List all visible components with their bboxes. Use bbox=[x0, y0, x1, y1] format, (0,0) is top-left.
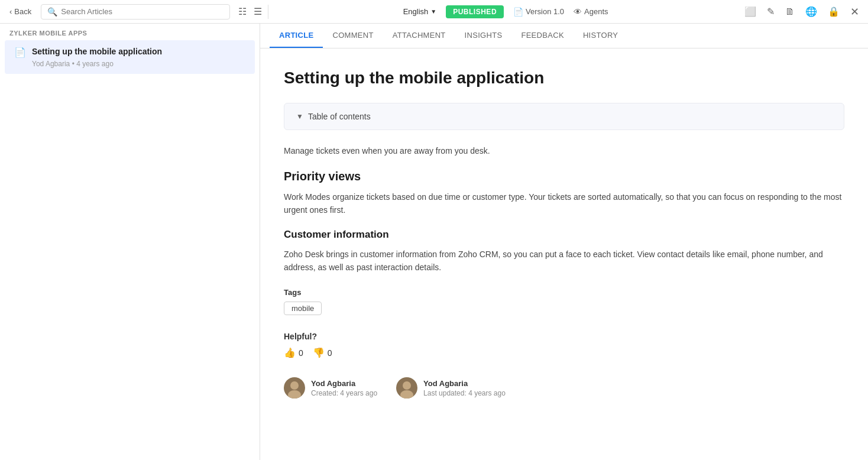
list-icon: ☰ bbox=[254, 7, 262, 17]
separator bbox=[268, 5, 268, 19]
version-button[interactable]: 📄 Version 1.0 bbox=[509, 5, 569, 19]
thumbs-up-button[interactable]: 👍 0 bbox=[284, 347, 303, 358]
left-sidebar: Zylker Mobile apps 📄 Setting up the mobi… bbox=[0, 24, 260, 460]
author-info-updated: Yod Agbaria Last updated: 4 years ago bbox=[423, 379, 506, 397]
author-sub-created: Created: 4 years ago bbox=[311, 389, 377, 397]
author-card-updated: Yod Agbaria Last updated: 4 years ago bbox=[396, 377, 506, 399]
article-section2-body: Zoho Desk brings in customer information… bbox=[284, 248, 844, 274]
close-icon: ✕ bbox=[850, 6, 859, 18]
toc-label: Table of contents bbox=[308, 112, 371, 121]
download-button[interactable]: 🗎 bbox=[781, 4, 799, 20]
avatar-updated bbox=[396, 377, 417, 399]
toc-box[interactable]: ▼ Table of contents bbox=[284, 103, 844, 130]
toc-chevron-icon: ▼ bbox=[296, 112, 303, 121]
chevron-down-icon: ▼ bbox=[430, 8, 436, 15]
helpful-section: Helpful? 👍 0 👎 0 bbox=[284, 332, 844, 358]
agents-label: Agents bbox=[584, 7, 608, 16]
search-input[interactable] bbox=[61, 7, 224, 16]
tab-attachment[interactable]: ATTACHMENT bbox=[383, 24, 455, 48]
filter-button[interactable]: ☷ bbox=[235, 4, 250, 20]
external-link-icon: ⬜ bbox=[744, 6, 756, 17]
tag-mobile[interactable]: mobile bbox=[284, 302, 322, 315]
avatar-created bbox=[284, 377, 305, 399]
back-icon: ‹ bbox=[9, 7, 12, 16]
globe-icon: 🌐 bbox=[805, 6, 817, 17]
article-list-item[interactable]: 📄 Setting up the mobile application Yod … bbox=[5, 40, 255, 74]
svg-point-1 bbox=[290, 381, 299, 390]
close-button[interactable]: ✕ bbox=[846, 2, 863, 21]
right-content: ARTICLE COMMENT ATTACHMENT INSIGHTS FEED… bbox=[260, 24, 868, 460]
search-box: 🔍 bbox=[41, 4, 230, 20]
article-list-title: Setting up the mobile application bbox=[32, 46, 245, 58]
author-name-updated: Yod Agbaria bbox=[423, 379, 506, 388]
language-selector[interactable]: English ▼ bbox=[399, 5, 442, 18]
helpful-label: Helpful? bbox=[284, 332, 844, 341]
thumbs-down-icon: 👎 bbox=[313, 347, 325, 358]
article-intro: Manage tickets even when you are away fr… bbox=[284, 144, 844, 157]
download-icon: 🗎 bbox=[785, 7, 795, 17]
tab-feedback[interactable]: FEEDBACK bbox=[511, 24, 573, 48]
version-label: Version 1.0 bbox=[526, 7, 564, 16]
article-main-title: Setting up the mobile application bbox=[284, 67, 844, 89]
helpful-buttons: 👍 0 👎 0 bbox=[284, 347, 844, 358]
author-sub-updated: Last updated: 4 years ago bbox=[423, 389, 506, 397]
language-label: English bbox=[403, 7, 429, 16]
search-icon: 🔍 bbox=[47, 7, 57, 17]
thumbs-up-icon: 👍 bbox=[284, 347, 296, 358]
top-bar-right-actions: ⬜ ✎ 🗎 🌐 🔒 ✕ bbox=[740, 2, 863, 21]
article-list-meta: Yod Agbaria • 4 years ago bbox=[32, 60, 245, 68]
edit-button[interactable]: ✎ bbox=[763, 3, 779, 20]
edit-icon: ✎ bbox=[767, 6, 775, 17]
author-row: Yod Agbaria Created: 4 years ago Yod Agb… bbox=[284, 377, 844, 408]
filter-icon: ☷ bbox=[238, 7, 247, 17]
article-info: Setting up the mobile application Yod Ag… bbox=[32, 46, 245, 68]
thumbs-down-button[interactable]: 👎 0 bbox=[313, 347, 332, 358]
thumbs-down-count: 0 bbox=[328, 348, 332, 358]
author-card-created: Yod Agbaria Created: 4 years ago bbox=[284, 377, 377, 399]
tab-comment[interactable]: COMMENT bbox=[323, 24, 383, 48]
article-section2-title: Customer information bbox=[284, 229, 844, 241]
lock-button[interactable]: 🔒 bbox=[824, 3, 844, 20]
main-layout: Zylker Mobile apps 📄 Setting up the mobi… bbox=[0, 24, 868, 460]
author-info-created: Yod Agbaria Created: 4 years ago bbox=[311, 379, 377, 397]
published-badge: PUBLISHED bbox=[446, 5, 504, 18]
article-time: 4 years ago bbox=[76, 60, 114, 68]
article-author: Yod Agbaria bbox=[32, 60, 70, 68]
tags-section: Tags mobile bbox=[284, 288, 844, 315]
article-section1-title: Priority views bbox=[284, 170, 844, 183]
svg-point-4 bbox=[403, 381, 411, 390]
article-icon: 📄 bbox=[14, 47, 26, 58]
thumbs-up-count: 0 bbox=[299, 348, 303, 358]
tab-insights[interactable]: INSIGHTS bbox=[455, 24, 512, 48]
version-icon: 📄 bbox=[513, 7, 523, 17]
back-label: Back bbox=[14, 7, 31, 16]
tab-history[interactable]: HISTORY bbox=[574, 24, 627, 48]
agents-button[interactable]: 👁 Agents bbox=[569, 5, 613, 19]
tags-label: Tags bbox=[284, 288, 844, 297]
globe-button[interactable]: 🌐 bbox=[801, 3, 821, 20]
back-button[interactable]: ‹ Back bbox=[5, 5, 36, 18]
list-button[interactable]: ☰ bbox=[250, 4, 265, 20]
article-section1-body: Work Modes organize tickets based on due… bbox=[284, 190, 844, 217]
tab-article[interactable]: ARTICLE bbox=[270, 24, 323, 48]
article-content-area: Setting up the mobile application ▼ Tabl… bbox=[260, 48, 868, 460]
eye-icon: 👁 bbox=[574, 7, 582, 17]
author-name-created: Yod Agbaria bbox=[311, 379, 377, 388]
external-link-button[interactable]: ⬜ bbox=[740, 3, 760, 20]
sidebar-category: Zylker Mobile apps bbox=[0, 24, 260, 40]
lock-icon: 🔒 bbox=[828, 6, 840, 17]
top-bar: ‹ Back 🔍 ☷ ☰ English ▼ PUBLISHED 📄 Versi… bbox=[0, 0, 868, 24]
tabs-bar: ARTICLE COMMENT ATTACHMENT INSIGHTS FEED… bbox=[260, 24, 868, 48]
